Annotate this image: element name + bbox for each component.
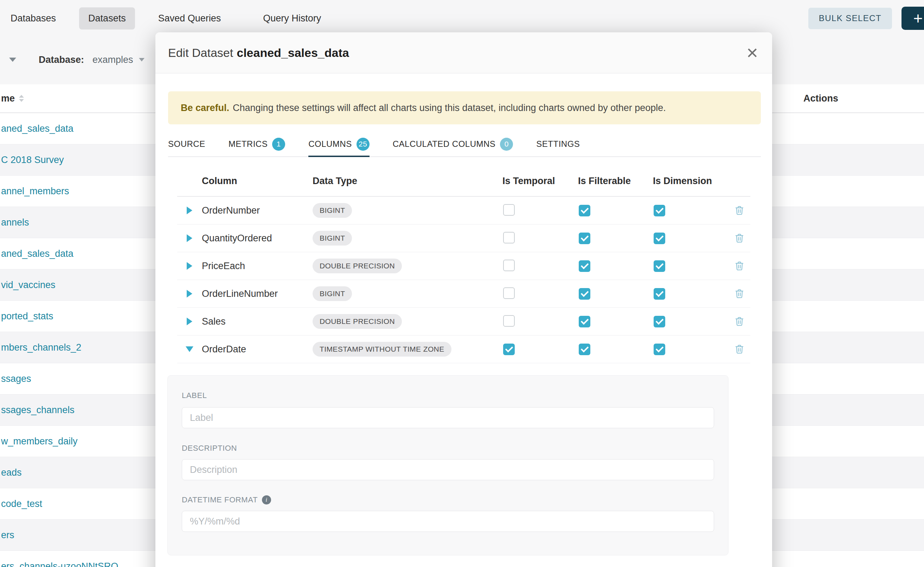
- chevron-down-icon[interactable]: [9, 58, 16, 62]
- is-dimension-checkbox[interactable]: [654, 232, 665, 244]
- tab-calculated-columns[interactable]: CALCULATED COLUMNS 0: [393, 132, 513, 157]
- actions-column-header: Actions: [804, 93, 838, 104]
- database-filter-label: Database:: [39, 54, 84, 65]
- delete-icon[interactable]: [734, 261, 745, 271]
- expand-caret-icon[interactable]: [187, 207, 192, 214]
- is-temporal-checkbox[interactable]: [503, 204, 515, 216]
- column-name: OrderDate: [202, 344, 313, 355]
- data-type-pill: BIGINT: [313, 231, 352, 246]
- bulk-select-button[interactable]: BULK SELECT: [808, 8, 892, 29]
- dataset-link[interactable]: aned_sales_data: [1, 123, 74, 134]
- is-temporal-header: Is Temporal: [503, 176, 578, 186]
- dataset-link[interactable]: vid_vaccines: [1, 280, 56, 291]
- is-filterable-checkbox[interactable]: [579, 316, 590, 327]
- tab-source[interactable]: SOURCE: [168, 132, 205, 157]
- column-name: Sales: [202, 316, 313, 327]
- dataset-link[interactable]: ssages_channels: [1, 405, 75, 416]
- nav-tab-query-history[interactable]: Query History: [254, 8, 330, 30]
- data-type-pill: DOUBLE PRECISION: [313, 314, 402, 329]
- is-filterable-checkbox[interactable]: [579, 232, 590, 244]
- is-filterable-checkbox[interactable]: [579, 288, 590, 300]
- is-filterable-checkbox[interactable]: [579, 205, 590, 216]
- dataset-link[interactable]: mbers_channels_2: [1, 342, 81, 353]
- name-column-header[interactable]: me: [1, 93, 15, 104]
- nav-right-actions: BULK SELECT +: [808, 7, 924, 30]
- delete-icon[interactable]: [734, 233, 745, 243]
- data-type-header: Data Type: [313, 176, 503, 186]
- nav-tab-saved-queries[interactable]: Saved Queries: [149, 8, 230, 30]
- delete-icon[interactable]: [734, 316, 745, 327]
- is-filterable-checkbox[interactable]: [579, 260, 590, 272]
- data-type-pill: BIGINT: [313, 203, 352, 218]
- close-icon[interactable]: ×: [746, 43, 758, 63]
- dataset-link[interactable]: ers: [1, 530, 14, 541]
- is-dimension-checkbox[interactable]: [654, 316, 665, 327]
- is-temporal-checkbox[interactable]: [503, 232, 515, 243]
- dataset-link[interactable]: annels: [1, 217, 29, 228]
- warning-bold-text: Be careful.: [181, 103, 229, 114]
- is-dimension-checkbox[interactable]: [654, 205, 665, 216]
- dataset-link[interactable]: w_members_daily: [1, 436, 78, 447]
- column-header: Column: [202, 176, 313, 186]
- label-input[interactable]: [182, 407, 714, 428]
- tab-metrics[interactable]: METRICS 1: [229, 132, 286, 157]
- edit-dataset-modal: Edit Datasetcleaned_sales_data × Be care…: [155, 32, 772, 567]
- calculated-columns-count-badge: 0: [500, 138, 513, 151]
- dataset-link[interactable]: ers_channels-uzooNNtSRO: [1, 561, 118, 567]
- delete-icon[interactable]: [734, 205, 745, 216]
- delete-icon[interactable]: [734, 344, 745, 354]
- delete-icon[interactable]: [734, 288, 745, 299]
- columns-table-header: Column Data Type Is Temporal Is Filterab…: [177, 166, 750, 197]
- collapse-caret-icon[interactable]: [186, 346, 193, 352]
- data-type-pill: TIMESTAMP WITHOUT TIME ZONE: [313, 342, 451, 357]
- data-type-pill: DOUBLE PRECISION: [313, 258, 402, 273]
- sort-icon[interactable]: [19, 95, 24, 102]
- info-icon[interactable]: i: [262, 495, 271, 504]
- description-field-label: DESCRIPTION: [182, 444, 237, 453]
- dataset-link[interactable]: eads: [1, 467, 22, 478]
- is-filterable-header: Is Filterable: [578, 176, 653, 186]
- is-dimension-checkbox[interactable]: [654, 288, 665, 300]
- data-type-pill: BIGINT: [313, 286, 352, 301]
- nav-tab-datasets[interactable]: Datasets: [79, 8, 135, 30]
- modal-title: Edit Datasetcleaned_sales_data: [168, 46, 349, 60]
- dataset-link[interactable]: ssages: [1, 374, 31, 384]
- description-input[interactable]: [182, 459, 714, 480]
- dataset-link[interactable]: annel_members: [1, 186, 69, 197]
- columns-count-badge: 25: [357, 138, 370, 151]
- add-dataset-button[interactable]: +: [901, 7, 924, 30]
- expand-caret-icon[interactable]: [187, 290, 192, 297]
- datetime-format-input[interactable]: [182, 511, 714, 532]
- is-dimension-checkbox[interactable]: [654, 260, 665, 272]
- dataset-link[interactable]: aned_sales_data: [1, 248, 74, 259]
- is-temporal-checkbox[interactable]: [503, 260, 515, 271]
- chevron-down-icon[interactable]: [139, 58, 144, 62]
- column-name: OrderNumber: [202, 205, 313, 216]
- dataset-link[interactable]: C 2018 Survey: [1, 154, 64, 165]
- column-name: OrderLineNumber: [202, 288, 313, 299]
- modal-title-dataset: cleaned_sales_data: [236, 46, 349, 59]
- nav-tab-databases[interactable]: Databases: [2, 8, 65, 30]
- dataset-link[interactable]: ported_stats: [1, 311, 53, 322]
- expand-caret-icon[interactable]: [187, 318, 192, 325]
- is-dimension-checkbox[interactable]: [654, 344, 665, 355]
- expand-caret-icon[interactable]: [187, 262, 192, 270]
- expand-caret-icon[interactable]: [187, 234, 192, 242]
- column-row: Sales DOUBLE PRECISION: [177, 308, 750, 336]
- column-row: QuantityOrdered BIGINT: [177, 225, 750, 252]
- tab-settings[interactable]: SETTINGS: [536, 132, 580, 157]
- label-field-label: LABEL: [182, 391, 207, 400]
- is-temporal-checkbox[interactable]: [503, 344, 515, 355]
- datetime-format-label-text: DATETIME FORMAT: [182, 495, 258, 504]
- database-filter-value[interactable]: examples: [92, 54, 133, 65]
- metrics-count-badge: 1: [272, 138, 285, 151]
- tab-columns[interactable]: COLUMNS 25: [309, 132, 370, 157]
- column-name: QuantityOrdered: [202, 233, 313, 244]
- datetime-format-field-label: DATETIME FORMAT i: [182, 495, 271, 504]
- is-temporal-checkbox[interactable]: [503, 287, 515, 299]
- is-temporal-checkbox[interactable]: [503, 315, 515, 327]
- is-dimension-header: Is Dimension: [653, 176, 732, 186]
- is-filterable-checkbox[interactable]: [579, 344, 590, 355]
- dataset-link[interactable]: code_test: [1, 498, 42, 509]
- modal-header: Edit Datasetcleaned_sales_data ×: [155, 32, 772, 74]
